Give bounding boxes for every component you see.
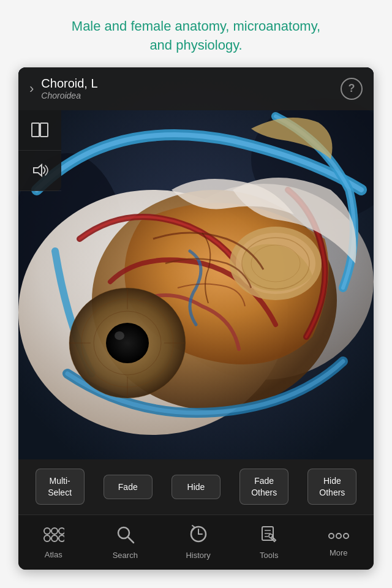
svg-point-28 — [51, 535, 58, 541]
fade-others-button[interactable]: FadeOthers — [239, 469, 288, 504]
viewport[interactable] — [18, 67, 374, 459]
svg-point-18 — [106, 323, 149, 363]
tab-atlas-label: Atlas — [45, 550, 62, 559]
history-icon — [189, 524, 208, 547]
top-bar-left: › Choroid, L Choroidea — [29, 77, 98, 100]
svg-point-41 — [336, 533, 341, 538]
svg-rect-1 — [40, 123, 48, 137]
header-text: Male and female anatomy, microanatomy, a… — [0, 0, 392, 67]
tab-more[interactable]: More — [328, 527, 350, 557]
book-button[interactable] — [18, 110, 61, 151]
header-line2: and physiology. — [149, 37, 242, 53]
eye-scene — [18, 67, 374, 459]
svg-point-27 — [44, 535, 50, 541]
svg-point-42 — [344, 533, 349, 538]
svg-line-31 — [128, 537, 134, 543]
tab-atlas[interactable]: Atlas — [42, 525, 64, 559]
svg-point-26 — [59, 528, 64, 534]
hide-others-button[interactable]: HideOthers — [307, 469, 356, 504]
structure-latin: Choroidea — [41, 91, 97, 100]
svg-point-40 — [329, 533, 334, 538]
tab-tools[interactable]: Tools — [258, 524, 279, 560]
svg-marker-3 — [34, 165, 42, 176]
atlas-icon — [42, 525, 64, 546]
hide-button[interactable]: Hide — [172, 475, 221, 499]
tab-search-label: Search — [113, 551, 138, 560]
svg-rect-0 — [32, 123, 39, 137]
more-icon — [328, 527, 350, 545]
title-block: Choroid, L Choroidea — [41, 77, 97, 100]
structure-name: Choroid, L — [41, 77, 97, 91]
search-icon — [115, 524, 135, 547]
tab-more-label: More — [330, 548, 348, 557]
tab-history[interactable]: History — [186, 524, 210, 560]
action-bar: Multi-Select Fade Hide FadeOthers HideOt… — [18, 459, 374, 514]
svg-point-24 — [44, 528, 50, 534]
help-button[interactable]: ? — [341, 78, 363, 100]
chevron-right-icon[interactable]: › — [29, 81, 34, 97]
header-line1: Male and female anatomy, microanatomy, — [72, 18, 320, 34]
fade-button[interactable]: Fade — [104, 475, 153, 499]
tab-tools-label: Tools — [260, 551, 278, 560]
tab-bar: Atlas Search Hi — [18, 514, 374, 570]
svg-point-29 — [59, 535, 64, 541]
top-bar: › Choroid, L Choroidea ? — [18, 67, 374, 110]
audio-button[interactable] — [18, 151, 61, 191]
svg-point-19 — [115, 331, 124, 340]
side-panel — [18, 110, 61, 191]
svg-point-25 — [51, 528, 58, 534]
multi-select-button[interactable]: Multi-Select — [36, 469, 85, 504]
tools-icon — [258, 524, 279, 547]
tab-history-label: History — [186, 551, 210, 560]
app-container: › Choroid, L Choroidea ? — [18, 67, 374, 570]
tab-search[interactable]: Search — [113, 524, 138, 560]
